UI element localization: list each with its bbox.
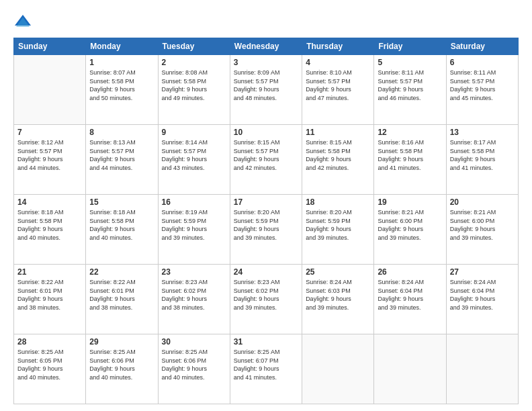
calendar-cell: 15Sunrise: 8:18 AM Sunset: 5:58 PM Dayli…: [86, 195, 158, 265]
calendar-cell: 9Sunrise: 8:14 AM Sunset: 5:57 PM Daylig…: [158, 125, 230, 195]
day-info: Sunrise: 8:18 AM Sunset: 5:58 PM Dayligh…: [17, 208, 82, 242]
weekday-header-cell: Friday: [374, 38, 446, 55]
day-info: Sunrise: 8:15 AM Sunset: 5:58 PM Dayligh…: [306, 138, 370, 172]
weekday-header-cell: Saturday: [446, 38, 518, 55]
calendar-week-row: 21Sunrise: 8:22 AM Sunset: 6:01 PM Dayli…: [14, 265, 519, 334]
header: [13, 12, 519, 31]
day-info: Sunrise: 8:12 AM Sunset: 5:57 PM Dayligh…: [17, 138, 82, 172]
calendar-week-row: 28Sunrise: 8:25 AM Sunset: 6:05 PM Dayli…: [14, 334, 519, 404]
day-number: 22: [89, 267, 154, 277]
day-number: 23: [162, 267, 226, 277]
calendar-cell: 25Sunrise: 8:24 AM Sunset: 6:03 PM Dayli…: [302, 265, 374, 334]
calendar-cell: [374, 334, 446, 404]
day-number: 11: [306, 128, 370, 137]
calendar-cell: 6Sunrise: 8:11 AM Sunset: 5:57 PM Daylig…: [446, 55, 518, 125]
day-number: 24: [234, 267, 298, 277]
calendar-cell: [14, 55, 86, 125]
day-number: 15: [89, 197, 154, 207]
day-info: Sunrise: 8:14 AM Sunset: 5:57 PM Dayligh…: [162, 138, 226, 172]
weekday-header-row: SundayMondayTuesdayWednesdayThursdayFrid…: [14, 38, 519, 55]
day-info: Sunrise: 8:21 AM Sunset: 6:00 PM Dayligh…: [450, 208, 515, 242]
day-info: Sunrise: 8:24 AM Sunset: 6:04 PM Dayligh…: [450, 278, 515, 312]
calendar-cell: 18Sunrise: 8:20 AM Sunset: 5:59 PM Dayli…: [302, 195, 374, 265]
calendar-cell: 28Sunrise: 8:25 AM Sunset: 6:05 PM Dayli…: [14, 334, 86, 404]
day-info: Sunrise: 8:16 AM Sunset: 5:58 PM Dayligh…: [378, 138, 442, 172]
day-number: 13: [450, 128, 515, 137]
calendar-cell: 13Sunrise: 8:17 AM Sunset: 5:58 PM Dayli…: [446, 125, 518, 195]
calendar-week-row: 7Sunrise: 8:12 AM Sunset: 5:57 PM Daylig…: [14, 125, 519, 195]
calendar-cell: 29Sunrise: 8:25 AM Sunset: 6:06 PM Dayli…: [86, 334, 158, 404]
calendar-cell: 20Sunrise: 8:21 AM Sunset: 6:00 PM Dayli…: [446, 195, 518, 265]
day-number: 31: [234, 337, 298, 347]
day-number: 14: [17, 197, 82, 207]
day-info: Sunrise: 8:23 AM Sunset: 6:02 PM Dayligh…: [234, 278, 298, 312]
day-info: Sunrise: 8:20 AM Sunset: 5:59 PM Dayligh…: [306, 208, 370, 242]
day-info: Sunrise: 8:20 AM Sunset: 5:59 PM Dayligh…: [234, 208, 298, 242]
day-info: Sunrise: 8:24 AM Sunset: 6:03 PM Dayligh…: [306, 278, 370, 312]
day-number: 18: [306, 197, 370, 207]
calendar-body: 1Sunrise: 8:07 AM Sunset: 5:58 PM Daylig…: [14, 55, 519, 404]
day-info: Sunrise: 8:24 AM Sunset: 6:04 PM Dayligh…: [378, 278, 442, 312]
logo: [13, 12, 35, 31]
day-info: Sunrise: 8:23 AM Sunset: 6:02 PM Dayligh…: [162, 278, 226, 312]
weekday-header-cell: Monday: [86, 38, 158, 55]
weekday-header-cell: Wednesday: [230, 38, 302, 55]
calendar-cell: 5Sunrise: 8:11 AM Sunset: 5:57 PM Daylig…: [374, 55, 446, 125]
day-number: 16: [162, 197, 226, 207]
day-number: 26: [378, 267, 442, 277]
calendar-cell: [446, 334, 518, 404]
calendar-cell: 2Sunrise: 8:08 AM Sunset: 5:58 PM Daylig…: [158, 55, 230, 125]
weekday-header-cell: Tuesday: [158, 38, 230, 55]
day-number: 3: [234, 58, 298, 67]
calendar-cell: 26Sunrise: 8:24 AM Sunset: 6:04 PM Dayli…: [374, 265, 446, 334]
day-info: Sunrise: 8:08 AM Sunset: 5:58 PM Dayligh…: [162, 68, 226, 102]
day-number: 19: [378, 197, 442, 207]
calendar-cell: 27Sunrise: 8:24 AM Sunset: 6:04 PM Dayli…: [446, 265, 518, 334]
day-info: Sunrise: 8:25 AM Sunset: 6:06 PM Dayligh…: [162, 348, 226, 381]
day-info: Sunrise: 8:11 AM Sunset: 5:57 PM Dayligh…: [450, 68, 515, 102]
calendar-cell: 12Sunrise: 8:16 AM Sunset: 5:58 PM Dayli…: [374, 125, 446, 195]
day-info: Sunrise: 8:10 AM Sunset: 5:57 PM Dayligh…: [306, 68, 370, 102]
calendar-cell: 16Sunrise: 8:19 AM Sunset: 5:59 PM Dayli…: [158, 195, 230, 265]
day-number: 6: [450, 58, 515, 67]
calendar-cell: 24Sunrise: 8:23 AM Sunset: 6:02 PM Dayli…: [230, 265, 302, 334]
day-number: 28: [17, 337, 82, 347]
day-number: 2: [162, 58, 226, 67]
calendar-cell: 19Sunrise: 8:21 AM Sunset: 6:00 PM Dayli…: [374, 195, 446, 265]
weekday-header-cell: Thursday: [302, 38, 374, 55]
day-number: 17: [234, 197, 298, 207]
day-info: Sunrise: 8:21 AM Sunset: 6:00 PM Dayligh…: [378, 208, 442, 242]
day-info: Sunrise: 8:07 AM Sunset: 5:58 PM Dayligh…: [89, 68, 154, 102]
day-info: Sunrise: 8:25 AM Sunset: 6:05 PM Dayligh…: [17, 348, 82, 381]
page: SundayMondayTuesdayWednesdayThursdayFrid…: [0, 0, 532, 411]
day-number: 4: [306, 58, 370, 67]
calendar-cell: 11Sunrise: 8:15 AM Sunset: 5:58 PM Dayli…: [302, 125, 374, 195]
day-number: 9: [162, 128, 226, 137]
calendar-table: SundayMondayTuesdayWednesdayThursdayFrid…: [13, 38, 519, 404]
day-number: 1: [89, 58, 154, 67]
day-info: Sunrise: 8:19 AM Sunset: 5:59 PM Dayligh…: [162, 208, 226, 242]
calendar-week-row: 14Sunrise: 8:18 AM Sunset: 5:58 PM Dayli…: [14, 195, 519, 265]
day-info: Sunrise: 8:15 AM Sunset: 5:57 PM Dayligh…: [234, 138, 298, 172]
day-number: 30: [162, 337, 226, 347]
day-number: 12: [378, 128, 442, 137]
day-number: 27: [450, 267, 515, 277]
logo-icon: [13, 12, 32, 31]
day-number: 8: [89, 128, 154, 137]
day-info: Sunrise: 8:11 AM Sunset: 5:57 PM Dayligh…: [378, 68, 442, 102]
calendar-cell: 21Sunrise: 8:22 AM Sunset: 6:01 PM Dayli…: [14, 265, 86, 334]
day-info: Sunrise: 8:13 AM Sunset: 5:57 PM Dayligh…: [89, 138, 154, 172]
day-info: Sunrise: 8:09 AM Sunset: 5:57 PM Dayligh…: [234, 68, 298, 102]
day-info: Sunrise: 8:25 AM Sunset: 6:06 PM Dayligh…: [89, 348, 154, 381]
calendar-cell: 8Sunrise: 8:13 AM Sunset: 5:57 PM Daylig…: [86, 125, 158, 195]
calendar-cell: 14Sunrise: 8:18 AM Sunset: 5:58 PM Dayli…: [14, 195, 86, 265]
calendar-cell: 17Sunrise: 8:20 AM Sunset: 5:59 PM Dayli…: [230, 195, 302, 265]
calendar-cell: 1Sunrise: 8:07 AM Sunset: 5:58 PM Daylig…: [86, 55, 158, 125]
day-info: Sunrise: 8:17 AM Sunset: 5:58 PM Dayligh…: [450, 138, 515, 172]
day-info: Sunrise: 8:18 AM Sunset: 5:58 PM Dayligh…: [89, 208, 154, 242]
day-info: Sunrise: 8:22 AM Sunset: 6:01 PM Dayligh…: [17, 278, 82, 312]
day-number: 5: [378, 58, 442, 67]
day-number: 29: [89, 337, 154, 347]
day-info: Sunrise: 8:22 AM Sunset: 6:01 PM Dayligh…: [89, 278, 154, 312]
day-number: 10: [234, 128, 298, 137]
